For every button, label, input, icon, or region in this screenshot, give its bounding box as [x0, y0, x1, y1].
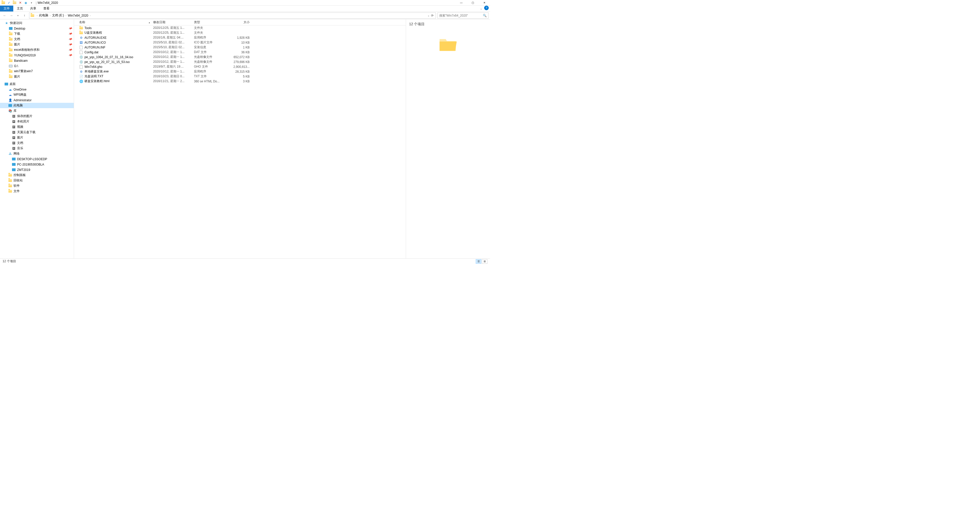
sidebar-item[interactable]: ☁ WPS网盘: [0, 92, 74, 97]
tab-view[interactable]: 查看: [40, 6, 53, 11]
file-row[interactable]: Win7x64.gho 2019/9/7, 星期六 19:... GHO 文件 …: [74, 64, 406, 69]
tab-home[interactable]: 主页: [13, 6, 27, 11]
sidebar-item[interactable]: ☁ OneDrive: [0, 87, 74, 92]
file-row[interactable]: Tools 2020/12/25, 星期五 1... 文件夹: [74, 25, 406, 30]
breadcrumb[interactable]: 此电脑: [38, 13, 49, 17]
help-icon[interactable]: ?: [484, 6, 489, 10]
sidebar-item[interactable]: 此电脑: [0, 103, 74, 108]
sidebar-item[interactable]: 🖼 天翼云盘下载: [0, 130, 74, 135]
column-size[interactable]: 大小: [226, 19, 251, 25]
sidebar-item[interactable]: 🖼 文档: [0, 140, 74, 146]
recent-locations-button[interactable]: ▾: [15, 13, 21, 19]
sidebar-item[interactable]: DESKTOP-LSSOEDP: [0, 156, 74, 162]
column-date[interactable]: 修改日期: [151, 19, 192, 25]
sidebar-item[interactable]: 🖼 图片: [0, 135, 74, 140]
file-size: 1 KB: [226, 46, 251, 49]
search-box[interactable]: 🔍: [438, 13, 488, 19]
back-button[interactable]: ←: [2, 13, 8, 19]
iso-icon: 💿: [79, 60, 83, 64]
folder-icon: [8, 173, 12, 177]
file-row[interactable]: U盘安装教程 2020/12/25, 星期五 1... 文件夹: [74, 30, 406, 35]
ribbon-expand-icon[interactable]: ⌄: [478, 6, 484, 11]
sidebar-item[interactable]: 🖼 本机照片: [0, 119, 74, 124]
sidebar-item[interactable]: Bandicam: [0, 58, 74, 63]
file-row[interactable]: 🖼 AUTORUN.ICO 2015/5/10, 星期日 02... ICO 图…: [74, 40, 406, 45]
chevron-right-icon[interactable]: ›: [89, 14, 92, 17]
navigation-tree[interactable]: ★ 快速访问 Desktop 📌 下载 📌 文档 📌 图片 📌 excel表格制…: [0, 19, 74, 258]
sidebar-item[interactable]: 下载 📌: [0, 31, 74, 36]
tree-desktop-root[interactable]: 桌面: [0, 81, 74, 87]
tab-file[interactable]: 文件: [0, 6, 13, 11]
folder-icon[interactable]: [12, 0, 17, 5]
file-row[interactable]: 🌐 硬盘安装教程.html 2016/11/21, 星期一 2... 360 s…: [74, 79, 406, 84]
chevron-right-icon[interactable]: ›: [65, 14, 67, 17]
breadcrumb[interactable]: Win7x64_2020: [67, 14, 89, 17]
file-row[interactable]: 💿 pe_yqs_1064_20_07_31_16_04.iso 2020/10…: [74, 55, 406, 59]
maximize-button[interactable]: ▢: [467, 0, 479, 6]
sidebar-item[interactable]: PC-20190530OBLA: [0, 162, 74, 167]
gho-icon: [79, 65, 83, 69]
search-input[interactable]: [439, 14, 483, 17]
file-row[interactable]: ⚙ AUTORUN.EXE 2016/1/8, 星期五 04:... 应用程序 …: [74, 35, 406, 40]
address-dropdown-icon[interactable]: ⌄: [428, 14, 430, 17]
breadcrumb[interactable]: 文档 (E:): [52, 13, 65, 17]
qat-delete-icon[interactable]: ✕: [18, 0, 22, 5]
file-row[interactable]: AUTORUN.INF 2015/5/10, 星期日 02... 安装信息 1 …: [74, 45, 406, 50]
file-row[interactable]: Config.dat 2020/10/12, 星期一 1... DAT 文件 3…: [74, 50, 406, 55]
sidebar-item[interactable]: 软件: [0, 183, 74, 189]
sidebar-item[interactable]: ZMT2019: [0, 167, 74, 173]
window-title: Win7x64_2020: [38, 1, 58, 5]
file-row[interactable]: 💿 pe_yqs_xp_20_07_31_15_53.iso 2020/10/1…: [74, 59, 406, 64]
file-date: 2016/1/8, 星期五 04:...: [151, 35, 192, 40]
qat-prev-icon[interactable]: ◉: [24, 0, 28, 5]
forward-button[interactable]: →: [8, 13, 14, 19]
address-bar[interactable]: › 此电脑 › 文档 (E:) › Win7x64_2020 › ⌄ ⟳: [29, 13, 436, 19]
sidebar-item[interactable]: 文档 📌: [0, 36, 74, 42]
sidebar-item[interactable]: 🖼 视频: [0, 124, 74, 130]
close-button[interactable]: ✕: [479, 0, 490, 6]
sidebar-item[interactable]: 回收站: [0, 178, 74, 183]
library-icon: 🖼: [12, 125, 16, 129]
sidebar-item[interactable]: win7重装win7: [0, 69, 74, 74]
sidebar-item[interactable]: 控制面板: [0, 173, 74, 178]
chevron-right-icon[interactable]: ›: [49, 14, 52, 17]
column-type[interactable]: 类型: [192, 19, 226, 25]
sidebar-item[interactable]: 📚 库: [0, 108, 74, 114]
tree-label: 控制面板: [14, 173, 26, 177]
tree-network[interactable]: 🖧 网络: [0, 151, 74, 156]
view-thumbnails-button[interactable]: ⊞: [482, 259, 487, 264]
tree-label: Bandicam: [14, 59, 27, 62]
up-button[interactable]: ↑: [21, 13, 27, 19]
file-type: DAT 文件: [192, 50, 226, 54]
column-name[interactable]: 名称▴: [78, 19, 151, 25]
sidebar-item[interactable]: 🖼 保存的图片: [0, 114, 74, 119]
view-details-button[interactable]: ☰: [476, 259, 481, 264]
qat-check-icon[interactable]: ✓: [6, 0, 11, 5]
qat-dropdown-icon[interactable]: ▾: [29, 0, 34, 5]
sidebar-item[interactable]: G:\: [0, 63, 74, 69]
file-row[interactable]: 📄 光盘说明.TXT 2016/10/23, 星期日 0... TXT 文件 5…: [74, 74, 406, 79]
html-icon: 🌐: [79, 79, 83, 83]
minimize-button[interactable]: —: [455, 0, 467, 6]
ribbon-minimize-icon[interactable]: [450, 0, 455, 6]
refresh-icon[interactable]: ⟳: [431, 14, 434, 17]
sidebar-item[interactable]: excel表格制作求和 📌: [0, 47, 74, 52]
file-type: 光盘映像文件: [192, 60, 226, 64]
sidebar-item[interactable]: 文件: [0, 189, 74, 194]
sidebar-item[interactable]: 👤 Administrator: [0, 97, 74, 103]
file-date: 2020/10/12, 星期一 1...: [151, 55, 192, 59]
sidebar-item[interactable]: 图片: [0, 74, 74, 79]
sidebar-item[interactable]: 图片 📌: [0, 42, 74, 47]
search-icon[interactable]: 🔍: [483, 14, 487, 17]
tree-quick-access[interactable]: ★ 快速访问: [0, 21, 74, 26]
folder-icon: [9, 59, 13, 63]
network-icon: 🖧: [8, 152, 12, 156]
sidebar-item[interactable]: Desktop 📌: [0, 26, 74, 31]
file-list[interactable]: Tools 2020/12/25, 星期五 1... 文件夹 U盘安装教程 20…: [74, 25, 406, 258]
chevron-right-icon[interactable]: ›: [36, 14, 38, 17]
file-row[interactable]: ⚙ 本地硬盘安装.exe 2020/10/12, 星期一 1... 应用程序 2…: [74, 69, 406, 74]
tab-share[interactable]: 共享: [27, 6, 40, 11]
sidebar-item[interactable]: 🖼 音乐: [0, 146, 74, 151]
sidebar-item[interactable]: YUNQISHI2019 📌: [0, 52, 74, 58]
folder-icon: [79, 26, 83, 30]
